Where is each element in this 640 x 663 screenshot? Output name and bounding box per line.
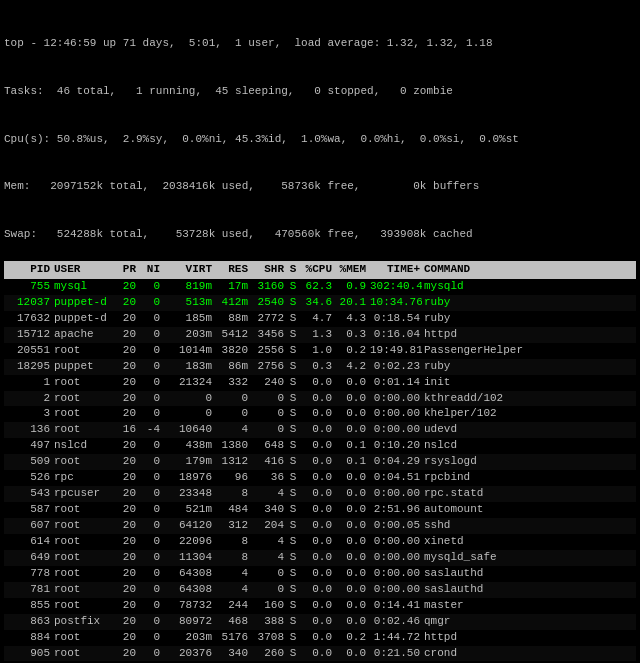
table-row[interactable]: 20551root2001014m38202556S1.00.219:49.81… xyxy=(4,343,636,359)
cell-col-cpu: 0.0 xyxy=(300,550,334,566)
cell-col-pid: 15712 xyxy=(4,327,52,343)
cell-col-virt: 1014m xyxy=(162,343,214,359)
cell-col-pid: 526 xyxy=(4,470,52,486)
cell-col-ni: 0 xyxy=(138,614,162,630)
cell-col-virt: 20376 xyxy=(162,646,214,662)
cell-col-virt: 22096 xyxy=(162,534,214,550)
cell-col-s: S xyxy=(286,486,300,502)
cell-col-s: S xyxy=(286,406,300,422)
cell-col-virt: 438m xyxy=(162,438,214,454)
table-row[interactable]: 3root200000S0.00.00:00.00khelper/102 xyxy=(4,406,636,422)
col-header-pr: PR xyxy=(114,262,138,278)
cell-col-virt: 179m xyxy=(162,454,214,470)
table-row[interactable]: 855root20078732244160S0.00.00:14.41maste… xyxy=(4,598,636,614)
cell-col-res: 0 xyxy=(214,391,250,407)
cell-col-res: 88m xyxy=(214,311,250,327)
cell-col-time: 0:01.14 xyxy=(368,375,422,391)
cell-col-s: S xyxy=(286,598,300,614)
table-row[interactable]: 497nslcd200438m1380648S0.00.10:10.20nslc… xyxy=(4,438,636,454)
cell-col-user: nslcd xyxy=(52,438,114,454)
cell-col-virt: 819m xyxy=(162,279,214,295)
cell-col-s: S xyxy=(286,534,300,550)
cell-col-s: S xyxy=(286,582,300,598)
cell-col-time: 0:00.00 xyxy=(368,534,422,550)
header-line5: Swap: 524288k total, 53728k used, 470560… xyxy=(4,227,636,243)
cell-col-ni: 0 xyxy=(138,598,162,614)
cell-col-virt: 183m xyxy=(162,359,214,375)
table-row[interactable]: 778root2006430840S0.00.00:00.00saslauthd xyxy=(4,566,636,582)
cell-col-user: root xyxy=(52,391,114,407)
cell-col-ni: 0 xyxy=(138,486,162,502)
cell-col-cmd: sshd xyxy=(422,518,636,534)
cell-col-ni: 0 xyxy=(138,438,162,454)
table-row[interactable]: 781root2006430840S0.00.00:00.00saslauthd xyxy=(4,582,636,598)
table-row[interactable]: 884root200203m51763708S0.00.21:44.72http… xyxy=(4,630,636,646)
cell-col-cmd: rpcbind xyxy=(422,470,636,486)
cell-col-time: 0:04.29 xyxy=(368,454,422,470)
cell-col-pid: 20551 xyxy=(4,343,52,359)
cell-col-pid: 18295 xyxy=(4,359,52,375)
cell-col-pid: 2 xyxy=(4,391,52,407)
cell-col-cpu: 0.0 xyxy=(300,534,334,550)
cell-col-time: 1:44.72 xyxy=(368,630,422,646)
cell-col-res: 8 xyxy=(214,534,250,550)
cell-col-s: S xyxy=(286,438,300,454)
table-row[interactable]: 863postfix20080972468388S0.00.00:02.46qm… xyxy=(4,614,636,630)
table-row[interactable]: 526rpc200189769636S0.00.00:04.51rpcbind xyxy=(4,470,636,486)
table-row[interactable]: 755mysql200819m17m3160S62.30.9302:40.48m… xyxy=(4,279,636,295)
cell-col-user: root xyxy=(52,582,114,598)
cell-col-mem: 0.0 xyxy=(334,470,368,486)
cell-col-time: 0:00.00 xyxy=(368,422,422,438)
table-row[interactable]: 905root20020376340260S0.00.00:21.50crond xyxy=(4,646,636,662)
table-row[interactable]: 17632puppet-d200185m88m2772S4.74.30:18.5… xyxy=(4,311,636,327)
cell-col-ni: 0 xyxy=(138,359,162,375)
cell-col-cpu: 1.3 xyxy=(300,327,334,343)
cell-col-user: puppet xyxy=(52,359,114,375)
cell-col-ni: 0 xyxy=(138,327,162,343)
table-row[interactable]: 15712apache200203m54123456S1.30.30:16.04… xyxy=(4,327,636,343)
cell-col-res: 312 xyxy=(214,518,250,534)
table-row[interactable]: 543rpcuser2002334884S0.00.00:00.00rpc.st… xyxy=(4,486,636,502)
cell-col-pr: 20 xyxy=(114,343,138,359)
table-row[interactable]: 649root2001130484S0.00.00:00.00mysqld_sa… xyxy=(4,550,636,566)
cell-col-pr: 20 xyxy=(114,391,138,407)
cell-col-shr: 0 xyxy=(250,582,286,598)
cell-col-cpu: 0.0 xyxy=(300,598,334,614)
table-row[interactable]: 1root20021324332240S0.00.00:01.14init xyxy=(4,375,636,391)
table-row[interactable]: 509root200179m1312416S0.00.10:04.29rsysl… xyxy=(4,454,636,470)
cell-col-shr: 648 xyxy=(250,438,286,454)
cell-col-cmd: init xyxy=(422,375,636,391)
cell-col-cmd: ruby xyxy=(422,295,636,311)
cell-col-cmd: ruby xyxy=(422,359,636,375)
table-row[interactable]: 12037puppet-d200513m412m2540S34.620.110:… xyxy=(4,295,636,311)
cell-col-s: S xyxy=(286,454,300,470)
cell-col-virt: 521m xyxy=(162,502,214,518)
cell-col-time: 2:51.96 xyxy=(368,502,422,518)
cell-col-cmd: mysqld xyxy=(422,279,636,295)
table-row[interactable]: 614root2002209684S0.00.00:00.00xinetd xyxy=(4,534,636,550)
table-row[interactable]: 607root20064120312204S0.00.00:00.05sshd xyxy=(4,518,636,534)
table-row[interactable]: 136root16-41064040S0.00.00:00.00udevd xyxy=(4,422,636,438)
cell-col-pr: 20 xyxy=(114,598,138,614)
cell-col-cmd: xinetd xyxy=(422,534,636,550)
cell-col-s: S xyxy=(286,614,300,630)
cell-col-s: S xyxy=(286,311,300,327)
table-row[interactable]: 2root200000S0.00.00:00.00kthreadd/102 xyxy=(4,391,636,407)
cell-col-time: 0:21.50 xyxy=(368,646,422,662)
cell-col-user: root xyxy=(52,566,114,582)
table-row[interactable]: 587root200521m484340S0.00.02:51.96automo… xyxy=(4,502,636,518)
cell-col-mem: 20.1 xyxy=(334,295,368,311)
cell-col-pr: 20 xyxy=(114,646,138,662)
cell-col-pr: 20 xyxy=(114,518,138,534)
process-table: PID USER PR NI VIRT RES SHR S %CPU %MEM … xyxy=(4,261,636,663)
cell-col-virt: 513m xyxy=(162,295,214,311)
cell-col-cpu: 34.6 xyxy=(300,295,334,311)
table-row[interactable]: 18295puppet200183m86m2756S0.34.20:02.23r… xyxy=(4,359,636,375)
cell-col-cmd: httpd xyxy=(422,327,636,343)
cell-col-s: S xyxy=(286,646,300,662)
cell-col-mem: 0.0 xyxy=(334,598,368,614)
cell-col-cpu: 0.0 xyxy=(300,391,334,407)
cell-col-cmd: PassengerHelper xyxy=(422,343,636,359)
cell-col-shr: 4 xyxy=(250,486,286,502)
cell-col-virt: 21324 xyxy=(162,375,214,391)
